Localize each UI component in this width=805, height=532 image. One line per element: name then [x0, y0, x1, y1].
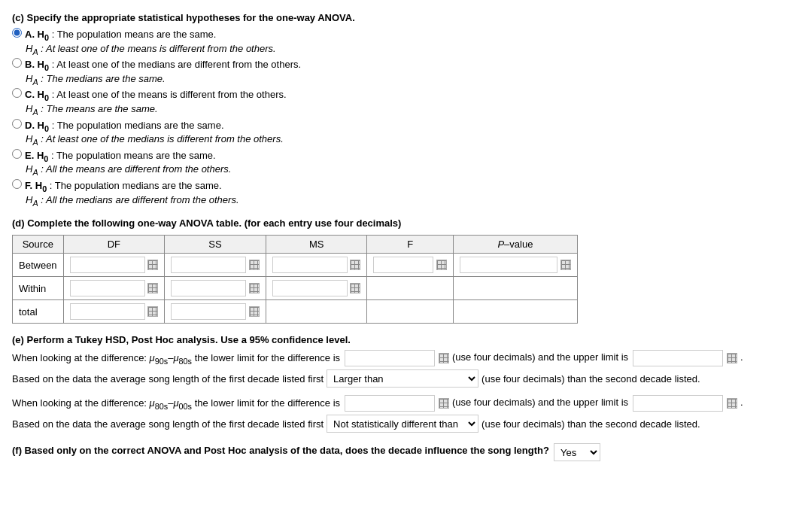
ms-between-grid-icon[interactable] [350, 260, 360, 270]
df-total-cell [63, 300, 165, 324]
col-df: DF [63, 236, 165, 254]
tukey-row1-dropdown-wrapper[interactable]: Larger than Smaller than Not statistical… [327, 369, 478, 388]
table-row-between: Between [13, 254, 578, 277]
option-a-h0-label[interactable]: A. H0 : The population means are the sam… [25, 29, 216, 42]
tukey-row2-bottom-text2: (use four decimals) than the second deca… [481, 418, 700, 430]
col-ms: MS [266, 236, 367, 254]
part-c-section: (c) Specify the appropriate statistical … [12, 12, 793, 207]
hypothesis-radio-group: A. H0 : The population means are the sam… [12, 28, 793, 207]
source-between: Between [13, 254, 64, 277]
pvalue-total-cell [454, 300, 578, 324]
df-between-cell [63, 254, 165, 277]
ss-within-grid-icon[interactable] [249, 283, 260, 293]
option-e-ha: HA : All the means are different from th… [26, 163, 793, 177]
tukey-row2-text3: . [740, 397, 743, 409]
ss-within-input[interactable] [171, 280, 246, 296]
ss-within-cell [165, 277, 266, 300]
option-d-radio[interactable] [12, 119, 22, 129]
part-f-dropdown-wrapper[interactable]: Yes No [554, 443, 600, 461]
df-within-cell [63, 277, 165, 300]
part-f-section: (f) Based only on the correct ANOVA and … [12, 443, 793, 461]
tukey-row1-text1: When looking at the difference: μ90s–μ80… [12, 352, 340, 363]
part-e-label: (e) Perform a Tukey HSD, Post Hoc analys… [12, 334, 793, 345]
ms-within-cell [266, 277, 367, 300]
option-e-h0-label[interactable]: E. H0 : The population means are the sam… [25, 150, 216, 163]
ms-between-cell [266, 254, 367, 277]
pvalue-between-grid-icon[interactable] [560, 260, 571, 270]
ss-between-cell [165, 254, 266, 277]
tukey-row2-lower-input[interactable] [345, 395, 435, 412]
tukey-row1-dropdown[interactable]: Larger than Smaller than Not statistical… [327, 370, 478, 387]
tukey-row1-upper-input[interactable] [633, 350, 723, 366]
tukey-row1-upper-grid-icon[interactable] [727, 353, 737, 363]
anova-table: Source DF SS MS F P–value Between [12, 235, 578, 324]
option-b-ha: HA : The medians are the same. [26, 73, 793, 87]
part-c-label: (c) Specify the appropriate statistical … [12, 12, 793, 23]
tukey-row1-limits: When looking at the difference: μ90s–μ80… [12, 350, 793, 366]
part-f-label: (f) Based only on the correct ANOVA and … [12, 445, 549, 456]
df-within-input[interactable] [70, 280, 145, 296]
option-c-h0-label[interactable]: C. H0 : At least one of the means is dif… [25, 89, 287, 102]
ss-between-input[interactable] [171, 257, 246, 273]
tukey-row2-upper-grid-icon[interactable] [727, 398, 737, 409]
tukey-row2-bottom-text: Based on the data the average song lengt… [12, 418, 324, 430]
option-f-h0-label[interactable]: F. H0 : The population medians are the s… [25, 180, 222, 193]
df-between-input[interactable] [70, 257, 145, 273]
option-d-h0-label[interactable]: D. H0 : The population medians are the s… [25, 120, 224, 133]
tukey-row1-text2: (use four decimals) and the upper limit … [452, 352, 628, 363]
option-e-row: E. H0 : The population means are the sam… [12, 149, 793, 163]
option-f-radio[interactable] [12, 179, 22, 189]
ms-within-input[interactable] [272, 280, 348, 296]
f-total-cell [367, 300, 454, 324]
ms-total-cell [266, 300, 367, 324]
tukey-row2-dropdown-wrapper[interactable]: Larger than Smaller than Not statistical… [327, 415, 478, 433]
option-b-radio[interactable] [12, 58, 22, 68]
ss-total-grid-icon[interactable] [249, 306, 260, 317]
option-f-ha: HA : All the medians are different from … [26, 194, 793, 208]
option-c-ha: HA : The means are the same. [26, 103, 793, 117]
tukey-row1-bottom: Based on the data the average song lengt… [12, 369, 793, 388]
tukey-row2-text1: When looking at the difference: μ80s–μ00… [12, 397, 340, 409]
option-c-radio[interactable] [12, 88, 22, 98]
option-a-radio[interactable] [12, 28, 22, 38]
part-d-label: (d) Complete the following one-way ANOVA… [12, 217, 793, 229]
table-row-total: total [13, 300, 578, 324]
tukey-row2-limits: When looking at the difference: μ80s–μ00… [12, 395, 793, 412]
ss-between-grid-icon[interactable] [249, 260, 260, 270]
f-between-input[interactable] [373, 257, 433, 273]
option-a-ha: HA : At least one of the means is differ… [26, 43, 793, 56]
option-d-ha: HA : At least one of the medians is diff… [26, 133, 793, 147]
df-total-grid-icon[interactable] [147, 306, 158, 317]
df-within-grid-icon[interactable] [147, 283, 158, 293]
df-between-grid-icon[interactable] [147, 260, 158, 270]
pvalue-within-cell [454, 277, 578, 300]
part-f-dropdown[interactable]: Yes No [554, 444, 600, 461]
option-a-row: A. H0 : The population means are the sam… [12, 28, 793, 42]
tukey-row2-lower-grid-icon[interactable] [439, 398, 449, 409]
col-ss: SS [165, 236, 266, 254]
df-total-input[interactable] [70, 303, 145, 320]
source-total: total [13, 300, 64, 324]
col-f: F [367, 236, 454, 254]
tukey-row2-dropdown[interactable]: Larger than Smaller than Not statistical… [327, 415, 478, 432]
f-between-grid-icon[interactable] [436, 260, 447, 270]
pvalue-between-input[interactable] [460, 257, 557, 273]
source-within: Within [13, 277, 64, 300]
option-b-h0-label[interactable]: B. H0 : At least one of the medians are … [25, 59, 301, 72]
ms-within-grid-icon[interactable] [350, 283, 360, 293]
tukey-row1-text3: . [740, 352, 743, 363]
option-e-radio[interactable] [12, 149, 22, 159]
part-d-section: (d) Complete the following one-way ANOVA… [12, 217, 793, 324]
option-d-row: D. H0 : The population medians are the s… [12, 119, 793, 133]
tukey-row1-bottom-text2: (use four decimals) than the second deca… [481, 373, 700, 385]
col-pvalue: P–value [454, 236, 578, 254]
ss-total-cell [165, 300, 266, 324]
tukey-row2-upper-input[interactable] [633, 395, 723, 412]
f-between-cell [367, 254, 454, 277]
ss-total-input[interactable] [171, 303, 246, 320]
tukey-row1-lower-grid-icon[interactable] [439, 353, 449, 363]
pvalue-between-cell [454, 254, 578, 277]
tukey-row1-lower-input[interactable] [345, 350, 435, 366]
tukey-row2-bottom: Based on the data the average song lengt… [12, 415, 793, 433]
ms-between-input[interactable] [272, 257, 348, 273]
